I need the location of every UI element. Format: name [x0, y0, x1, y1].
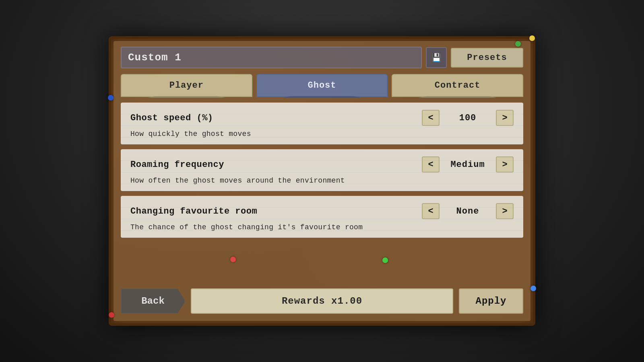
favourite-room-description: The chance of the ghost changing it's fa… [130, 223, 514, 231]
preset-name-input[interactable] [121, 47, 422, 68]
favourite-room-value: None [440, 206, 496, 216]
ghost-speed-label: Ghost speed (%) [130, 113, 422, 123]
settings-board: 💾 Presets Player Ghost Contract Ghost sp… [109, 36, 535, 326]
pin-top-left [109, 312, 114, 318]
tab-ghost[interactable]: Ghost [256, 74, 388, 97]
settings-panel: Ghost speed (%) < 100 > How quickly the … [121, 103, 523, 281]
pin-bottom-center [230, 257, 236, 262]
pin-top-right [529, 35, 535, 41]
setting-control-row-3: Changing favourite room < None > [130, 203, 514, 219]
roaming-frequency-label: Roaming frequency [130, 160, 422, 170]
favourite-room-label: Changing favourite room [130, 206, 422, 216]
bottom-row: Back Rewards x1.00 Apply [121, 288, 523, 314]
apply-button[interactable]: Apply [459, 288, 523, 314]
pin-top-right2 [515, 41, 521, 47]
presets-button[interactable]: Presets [451, 48, 523, 68]
setting-control-row-2: Roaming frequency < Medium > [130, 156, 514, 173]
favourite-room-decrease[interactable]: < [422, 203, 440, 219]
ghost-speed-value: 100 [440, 113, 496, 123]
roaming-frequency-increase[interactable]: > [496, 156, 514, 173]
rewards-display: Rewards x1.00 [191, 288, 453, 314]
pin-left [108, 95, 114, 101]
roaming-frequency-value: Medium [440, 160, 496, 170]
tab-player[interactable]: Player [121, 74, 252, 97]
tab-contract[interactable]: Contract [392, 74, 523, 97]
setting-ghost-speed: Ghost speed (%) < 100 > How quickly the … [121, 103, 523, 144]
header-row: 💾 Presets [121, 47, 523, 68]
back-button[interactable]: Back [121, 288, 185, 314]
ghost-speed-increase[interactable]: > [496, 110, 514, 126]
save-button[interactable]: 💾 [426, 47, 447, 68]
setting-roaming-frequency: Roaming frequency < Medium > How often t… [121, 149, 523, 191]
favourite-room-increase[interactable]: > [496, 203, 514, 219]
ghost-speed-description: How quickly the ghost moves [130, 130, 514, 138]
pin-bottom-right [530, 286, 536, 291]
setting-favourite-room: Changing favourite room < None > The cha… [121, 196, 523, 238]
roaming-frequency-description: How often the ghost moves around the env… [130, 177, 514, 185]
ghost-speed-decrease[interactable]: < [422, 110, 440, 126]
save-icon: 💾 [431, 53, 442, 63]
setting-control-row: Ghost speed (%) < 100 > [130, 110, 514, 126]
pin-bottom-center2 [382, 257, 388, 263]
roaming-frequency-decrease[interactable]: < [422, 156, 440, 173]
tab-row: Player Ghost Contract [121, 74, 523, 97]
